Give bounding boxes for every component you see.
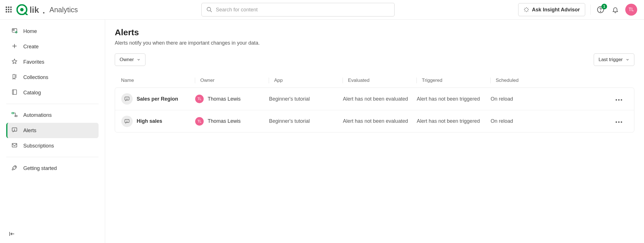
- sort-dropdown[interactable]: Last trigger: [594, 53, 634, 66]
- main-content: Alerts Alerts notify you when there are …: [105, 20, 644, 243]
- plus-icon: [11, 43, 18, 51]
- owner-filter-dropdown[interactable]: Owner: [115, 53, 145, 66]
- collapse-icon: [9, 230, 15, 237]
- cell-evaluated: Alert has not been evaluated: [343, 118, 417, 124]
- sidebar: Home Create Favorites Collections Catalo: [0, 20, 105, 243]
- qlik-logo[interactable]: lik: [16, 4, 45, 15]
- cell-triggered: Alert has not been triggered: [417, 118, 491, 124]
- cell-name: Sales per Region: [121, 93, 195, 105]
- filter-toolbar: Owner Last trigger: [115, 53, 634, 66]
- product-name: Analytics: [49, 6, 78, 14]
- sidebar-item-home[interactable]: Home: [6, 24, 99, 39]
- sidebar-item-label: Favorites: [23, 59, 44, 65]
- svg-rect-8: [13, 29, 14, 30]
- svg-rect-15: [12, 143, 17, 147]
- column-header-evaluated[interactable]: Evaluated: [343, 78, 416, 83]
- alert-icon: [11, 127, 18, 134]
- cell-triggered: Alert has not been triggered: [417, 96, 491, 102]
- sidebar-item-label: Alerts: [23, 128, 36, 134]
- svg-rect-12: [15, 115, 17, 117]
- star-icon: [11, 58, 18, 66]
- row-actions-button[interactable]: [613, 116, 624, 127]
- svg-point-14: [14, 130, 14, 130]
- sidebar-item-automations[interactable]: Automations: [6, 107, 99, 123]
- search-input[interactable]: [215, 7, 390, 13]
- column-header-scheduled[interactable]: Scheduled: [490, 78, 558, 83]
- mail-icon: [11, 142, 18, 150]
- app-launcher-icon[interactable]: [6, 7, 12, 13]
- cell-scheduled: On reload: [491, 96, 559, 102]
- alert-type-icon: [121, 116, 133, 127]
- user-avatar[interactable]: TL: [625, 4, 637, 16]
- bookmark-icon: [11, 74, 18, 81]
- table-row[interactable]: High sales TL Thomas Lewis Beginner's tu…: [115, 110, 634, 132]
- cell-name: High sales: [121, 116, 195, 127]
- sidebar-item-getting-started[interactable]: Getting started: [6, 161, 99, 176]
- table-row[interactable]: Sales per Region TL Thomas Lewis Beginne…: [115, 88, 634, 110]
- sort-label: Last trigger: [599, 57, 623, 63]
- cell-scheduled: On reload: [491, 118, 559, 124]
- more-icon: [615, 118, 623, 124]
- owner-name: Thomas Lewis: [208, 96, 241, 102]
- svg-point-16: [15, 166, 16, 167]
- chevron-down-icon: [626, 58, 630, 62]
- ask-insight-button[interactable]: Ask Insight Advisor: [518, 3, 585, 16]
- notifications-button[interactable]: [610, 5, 620, 14]
- search-box[interactable]: [201, 3, 395, 16]
- brand-block: lik Analytics: [16, 4, 78, 15]
- topbar-right: Ask Insight Advisor 1 TL: [518, 3, 637, 16]
- sidebar-item-label: Create: [23, 44, 39, 50]
- sidebar-item-collections[interactable]: Collections: [6, 70, 99, 85]
- alerts-table: Sales per Region TL Thomas Lewis Beginne…: [115, 88, 634, 132]
- svg-point-3: [43, 12, 45, 14]
- sidebar-item-subscriptions[interactable]: Subscriptions: [6, 138, 99, 153]
- sidebar-separator: [6, 157, 99, 157]
- sidebar-item-label: Collections: [23, 74, 48, 80]
- owner-filter-label: Owner: [120, 57, 134, 63]
- owner-name: Thomas Lewis: [208, 118, 241, 124]
- column-header-owner[interactable]: Owner: [195, 78, 269, 83]
- cell-owner: TL Thomas Lewis: [195, 117, 269, 126]
- ask-insight-label: Ask Insight Advisor: [532, 7, 580, 13]
- page-description: Alerts notify you when there are importa…: [115, 40, 634, 46]
- sparkle-icon: [524, 7, 529, 13]
- help-button[interactable]: 1: [596, 5, 605, 14]
- svg-point-6: [600, 11, 601, 12]
- sidebar-item-label: Getting started: [23, 165, 57, 171]
- cell-app: Beginner's tutorial: [269, 96, 343, 102]
- divider: [590, 5, 591, 15]
- bell-icon: [612, 6, 619, 13]
- column-header-name[interactable]: Name: [121, 78, 195, 83]
- column-header-app[interactable]: App: [269, 78, 343, 83]
- column-header-triggered[interactable]: Triggered: [416, 78, 490, 83]
- chevron-down-icon: [137, 58, 141, 62]
- svg-point-4: [207, 7, 211, 11]
- sidebar-item-create[interactable]: Create: [6, 39, 99, 54]
- search-icon: [206, 7, 212, 13]
- svg-rect-10: [12, 90, 17, 94]
- collapse-sidebar-button[interactable]: [9, 230, 17, 239]
- cell-evaluated: Alert has not been evaluated: [343, 96, 417, 102]
- svg-point-18: [127, 99, 127, 99]
- svg-point-1: [20, 8, 24, 11]
- sidebar-item-alerts[interactable]: Alerts: [6, 123, 99, 138]
- cell-actions: [559, 93, 628, 105]
- automations-icon: [11, 111, 18, 119]
- row-actions-button[interactable]: [613, 93, 624, 105]
- sidebar-item-catalog[interactable]: Catalog: [6, 85, 99, 100]
- page-title: Alerts: [115, 28, 634, 37]
- topbar: lik Analytics Ask Insight Advisor: [0, 0, 644, 20]
- sidebar-separator: [6, 104, 99, 104]
- svg-point-20: [127, 122, 127, 122]
- catalog-icon: [11, 89, 18, 97]
- sidebar-item-label: Home: [23, 28, 37, 34]
- sidebar-item-label: Automations: [23, 112, 52, 118]
- owner-avatar: TL: [195, 95, 204, 103]
- home-icon: [11, 28, 18, 35]
- cell-app: Beginner's tutorial: [269, 118, 343, 124]
- rocket-icon: [11, 165, 18, 172]
- alert-type-icon: [121, 93, 133, 105]
- more-icon: [615, 96, 623, 102]
- svg-rect-11: [12, 112, 14, 114]
- sidebar-item-favorites[interactable]: Favorites: [6, 54, 99, 70]
